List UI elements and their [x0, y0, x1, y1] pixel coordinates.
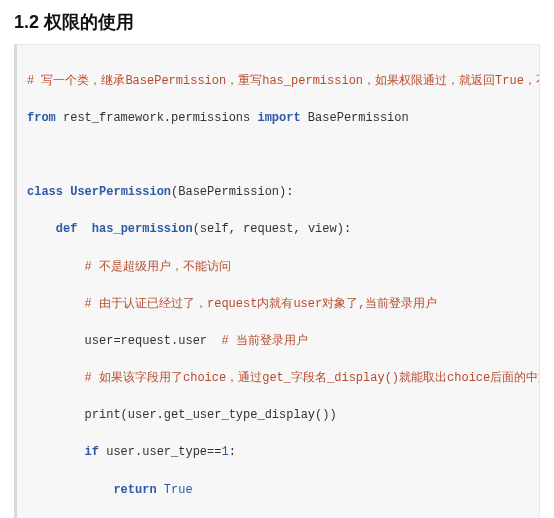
code-text: (self, request, view): — [193, 222, 351, 236]
keyword: def — [56, 222, 78, 236]
code-block: # 写一个类，继承BasePermission，重写has_permission… — [14, 44, 540, 518]
literal: 1 — [221, 445, 228, 459]
code-line: # 写一个类，继承BasePermission，重写has_permission… — [27, 72, 529, 91]
comment: # 如果该字段用了choice，通过get_字段名_display()就能取出c… — [85, 371, 540, 385]
code-line: def has_permission(self, request, view): — [27, 220, 529, 239]
code-text: print(user.get_user_type_display()) — [85, 408, 337, 422]
code-line: user=request.user # 当前登录用户 — [27, 332, 529, 351]
code-text: user=request.user — [85, 334, 222, 348]
keyword: from — [27, 111, 56, 125]
code-text: (BasePermission): — [171, 185, 293, 199]
function-name: has_permission — [92, 222, 193, 236]
comment: # 由于认证已经过了，request内就有user对象了,当前登录用户 — [85, 297, 438, 311]
comment: # 不是超级用户，不能访问 — [85, 260, 231, 274]
code-line: class UserPermission(BasePermission): — [27, 183, 529, 202]
code-line: # 不是超级用户，不能访问 — [27, 258, 529, 277]
code-line: # 如果该字段用了choice，通过get_字段名_display()就能取出c… — [27, 369, 529, 388]
keyword: if — [85, 445, 99, 459]
code-line: from rest_framework.permissions import B… — [27, 109, 529, 128]
comment: # 当前登录用户 — [221, 334, 307, 348]
keyword: return — [113, 483, 156, 497]
code-line: return True — [27, 481, 529, 500]
code-text: : — [229, 445, 236, 459]
keyword: class — [27, 185, 63, 199]
section-heading: 1.2 权限的使用 — [14, 10, 540, 34]
comment: # 写一个类，继承BasePermission，重写has_permission… — [27, 74, 540, 88]
code-text: user.user_type== — [99, 445, 221, 459]
code-line: # 由于认证已经过了，request内就有user对象了,当前登录用户 — [27, 295, 529, 314]
class-name: UserPermission — [70, 185, 171, 199]
literal: True — [164, 483, 193, 497]
code-text: rest_framework.permissions — [56, 111, 258, 125]
code-line: if user.user_type==1: — [27, 443, 529, 462]
code-text: BasePermission — [301, 111, 409, 125]
keyword: import — [257, 111, 300, 125]
code-line: print(user.get_user_type_display()) — [27, 406, 529, 425]
